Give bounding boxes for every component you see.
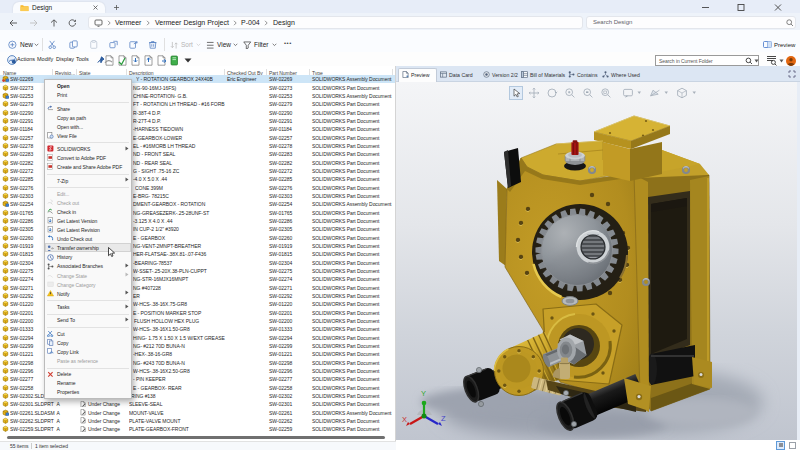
svg-text:X: X	[402, 415, 407, 424]
svg-text:Z: Z	[441, 414, 446, 423]
svg-text:Y: Y	[421, 389, 426, 398]
